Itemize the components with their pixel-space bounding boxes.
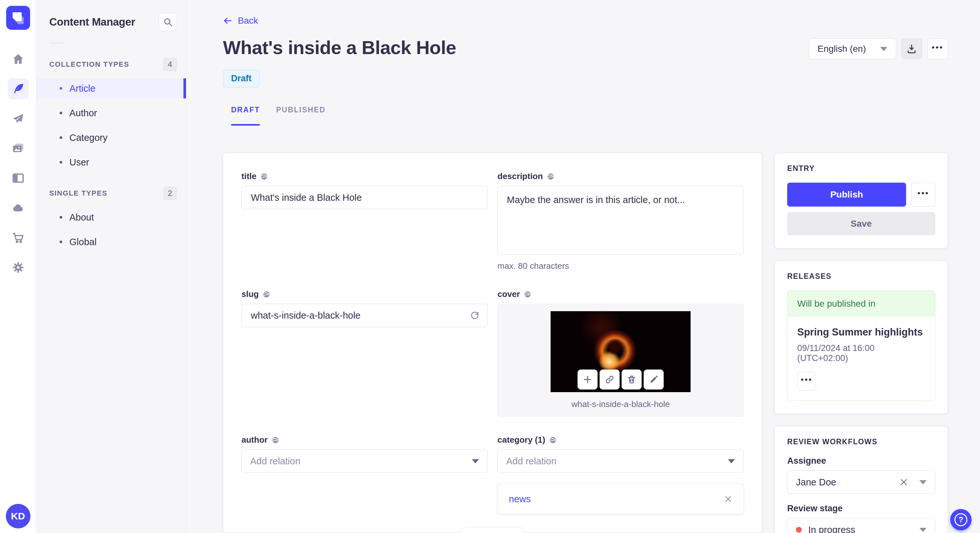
author-relation-select[interactable]: Add relation — [242, 449, 488, 473]
entry-panel-label: ENTRY — [787, 164, 935, 173]
release-status: Will be published in — [788, 291, 935, 317]
rail-media-library-button[interactable] — [8, 138, 29, 159]
rail-settings-button[interactable] — [8, 257, 29, 278]
cover-field-label: cover — [498, 289, 520, 299]
entry-more-button[interactable]: ••• — [911, 182, 935, 206]
chevron-down-icon — [920, 528, 926, 532]
cover-copy-link-button[interactable] — [600, 370, 620, 390]
clear-assignee-x-icon[interactable] — [899, 477, 908, 487]
assignee-value: Jane Doe — [796, 477, 836, 488]
pencil-icon — [649, 374, 659, 384]
description-field-label: description — [498, 171, 543, 181]
cover-asset-card: what-s-inside-a-black-hole — [498, 304, 744, 417]
right-rail: ENTRY Publish ••• Save RELEASES Will be … — [775, 153, 948, 533]
rail-content-manager-button[interactable] — [8, 78, 29, 99]
description-hint: max. 80 characters — [498, 261, 744, 271]
field-cover: cover — [498, 289, 744, 417]
review-stage-select[interactable]: In progress — [787, 518, 935, 533]
title-input[interactable] — [242, 186, 488, 209]
localized-globe-icon — [272, 436, 279, 444]
description-textarea[interactable]: Maybe the answer is in this article, or … — [498, 186, 744, 254]
cover-add-button[interactable] — [578, 370, 598, 390]
more-icon: ••• — [801, 375, 813, 387]
chevron-down-icon — [880, 47, 887, 51]
subnav-item-label: About — [69, 212, 94, 223]
paper-plane-icon — [12, 112, 25, 125]
localized-globe-icon — [549, 436, 557, 444]
assignee-label: Assignee — [787, 456, 935, 466]
relation-news-link[interactable]: news — [509, 494, 531, 504]
chevron-down-icon — [472, 459, 479, 463]
collection-types-section: COLLECTION TYPES 4 Article Author Catego… — [36, 58, 186, 172]
bullet-icon — [60, 112, 62, 114]
field-slug: slug — [242, 289, 488, 417]
rail-marketplace-button[interactable] — [8, 227, 29, 248]
subnav-item-author[interactable]: Author — [36, 103, 186, 123]
subnav-title: Content Manager — [49, 16, 135, 28]
cover-actions — [578, 370, 664, 390]
category-placeholder: Add relation — [506, 456, 557, 466]
subnav-item-global[interactable]: Global — [36, 232, 186, 252]
collection-types-count: 4 — [163, 58, 177, 71]
arrow-left-icon — [223, 16, 233, 25]
remove-relation-x-icon[interactable] — [724, 495, 732, 503]
tab-draft[interactable]: DRAFT — [223, 106, 268, 125]
user-avatar[interactable]: KD — [6, 504, 30, 528]
help-button[interactable]: ? — [950, 509, 972, 530]
rail-content-type-builder-button[interactable] — [8, 168, 29, 189]
releases-panel: RELEASES Will be published in Spring Sum… — [775, 261, 948, 414]
rail-releases-button[interactable] — [8, 108, 29, 129]
bullet-icon — [60, 136, 62, 139]
subnav-item-label: User — [69, 157, 89, 168]
plus-icon — [583, 374, 592, 384]
cover-edit-button[interactable] — [644, 370, 664, 390]
rail-deploy-button[interactable] — [8, 198, 29, 218]
locale-select[interactable]: English (en) — [809, 38, 896, 59]
bullet-icon — [60, 87, 62, 90]
back-link[interactable]: Back — [223, 16, 258, 26]
field-author: author Add relation — [242, 435, 488, 514]
strapi-logo[interactable] — [6, 6, 30, 30]
localized-globe-icon — [262, 290, 270, 298]
export-button[interactable] — [901, 38, 922, 59]
subnav-item-label: Author — [69, 108, 97, 119]
more-icon: ••• — [918, 189, 929, 200]
subnav-divider — [49, 43, 65, 43]
main-content: Back What's inside a Black Hole English … — [186, 0, 980, 533]
subnav-item-article[interactable]: Article — [36, 78, 186, 98]
save-button[interactable]: Save — [787, 213, 935, 235]
header-more-button[interactable]: ••• — [927, 38, 948, 59]
subnav-item-label: Article — [69, 83, 95, 94]
single-types-count: 2 — [163, 187, 177, 200]
entry-panel: ENTRY Publish ••• Save — [775, 153, 948, 248]
release-card: Will be published in Spring Summer highl… — [787, 290, 935, 401]
search-button[interactable] — [159, 13, 177, 31]
release-more-button[interactable]: ••• — [797, 372, 816, 390]
subnav-item-about[interactable]: About — [36, 207, 186, 227]
cart-icon — [12, 231, 25, 244]
icon-rail: KD — [0, 0, 36, 533]
rail-home-button[interactable] — [8, 49, 29, 69]
field-description: description Maybe the answer is in this … — [498, 171, 744, 271]
cover-delete-button[interactable] — [622, 370, 642, 390]
question-mark-icon: ? — [955, 513, 967, 526]
title-field-label: title — [242, 171, 256, 181]
category-relation-item: news — [498, 484, 744, 514]
tab-published-label: PUBLISHED — [276, 106, 326, 114]
partial-card-top — [460, 528, 524, 533]
assignee-select[interactable]: Jane Doe — [787, 471, 935, 494]
category-relation-select[interactable]: Add relation — [498, 449, 744, 473]
tab-published[interactable]: PUBLISHED — [268, 106, 334, 125]
subnav-item-user[interactable]: User — [36, 152, 186, 172]
localized-globe-icon — [260, 173, 268, 180]
tab-draft-label: DRAFT — [231, 106, 260, 114]
subnav-item-category[interactable]: Category — [36, 128, 186, 148]
locale-value: English (en) — [818, 44, 866, 54]
regenerate-slug-button[interactable] — [469, 310, 480, 320]
slug-input[interactable] — [242, 304, 488, 327]
subnav-item-label: Category — [69, 132, 108, 143]
edit-form-card: title description — [223, 153, 762, 533]
search-icon — [163, 17, 173, 27]
publish-button[interactable]: Publish — [787, 182, 906, 206]
localized-globe-icon — [547, 173, 555, 180]
